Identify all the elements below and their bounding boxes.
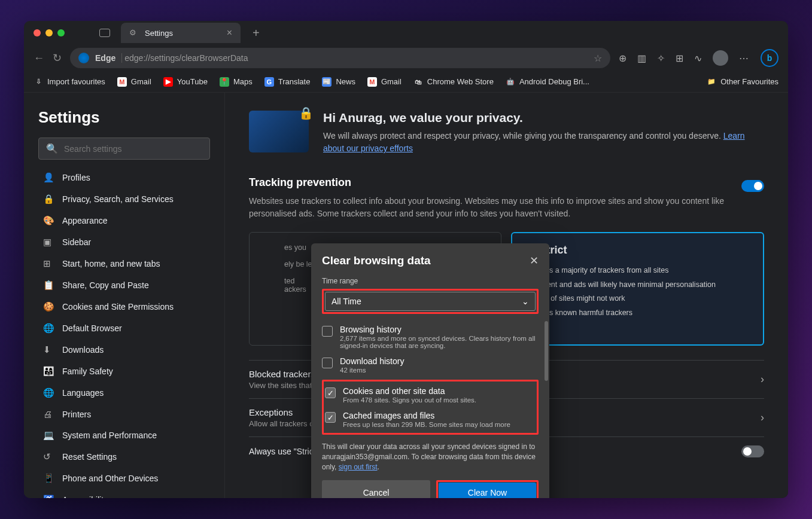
performance-icon[interactable]: ∿ bbox=[694, 53, 702, 64]
sidebar-item-appearance[interactable]: 🎨Appearance bbox=[38, 210, 210, 231]
sidebar-item-icon: 📋 bbox=[43, 280, 54, 291]
sidebar-item-label: Start, home, and new tabs bbox=[62, 259, 160, 268]
settings-sidebar: Settings 🔍 👤Profiles🔒Privacy, Search, an… bbox=[24, 93, 225, 498]
profile-avatar[interactable] bbox=[713, 50, 728, 66]
sidebar-item-system-and-performance[interactable]: 💻System and Performance bbox=[38, 425, 210, 446]
sidebar-item-label: Printers bbox=[62, 410, 91, 419]
chevron-down-icon: ⌄ bbox=[522, 297, 529, 306]
other-favourites[interactable]: 📁Other Favourites bbox=[707, 77, 778, 87]
collections-icon[interactable]: ⊞ bbox=[676, 53, 683, 64]
split-icon[interactable]: ▥ bbox=[637, 53, 646, 64]
address-bar[interactable]: Edge edge://settings/clearBrowserData ☆ bbox=[70, 48, 610, 68]
download-history-item[interactable]: Download history42 items bbox=[322, 353, 539, 377]
sidebar-item-icon: 🌐 bbox=[43, 387, 54, 398]
sidebar-item-label: Cookies and Site Permissions bbox=[62, 302, 174, 312]
close-tab-icon[interactable]: × bbox=[227, 28, 232, 38]
search-icon: 🔍 bbox=[46, 143, 58, 154]
checkbox[interactable] bbox=[322, 358, 333, 368]
data-type-list: Browsing history2,677 items and more on … bbox=[322, 321, 539, 435]
highlight-clear-now: Clear Now bbox=[436, 480, 539, 498]
bookmark-news[interactable]: 📰News bbox=[322, 77, 355, 87]
highlight-cookies-cache: ✓ Cookies and other site dataFrom 478 si… bbox=[322, 380, 539, 435]
sidebar-item-label: Profiles bbox=[62, 173, 90, 182]
sidebar-item-printers[interactable]: 🖨Printers bbox=[38, 404, 210, 425]
sidebar-item-languages[interactable]: 🌐Languages bbox=[38, 382, 210, 404]
modal-scrollbar[interactable] bbox=[545, 321, 548, 381]
sidebar-item-label: Appearance bbox=[62, 216, 108, 225]
menu-icon[interactable]: ⋯ bbox=[739, 53, 750, 64]
sidebar-item-label: Privacy, Search, and Services bbox=[62, 194, 174, 204]
sidebar-item-accessibility[interactable]: ♿Accessibility bbox=[38, 489, 210, 498]
maximize-window[interactable] bbox=[57, 29, 65, 36]
bing-icon[interactable]: b bbox=[761, 49, 778, 67]
card-bullet: Blocks a majority of trackers from all s… bbox=[523, 264, 753, 278]
sidebar-item-label: Reset Settings bbox=[62, 452, 117, 462]
sidebar-item-label: Sidebar bbox=[62, 237, 91, 247]
inprivate-toggle[interactable] bbox=[741, 445, 764, 457]
sidebar-item-reset-settings[interactable]: ↺Reset Settings bbox=[38, 446, 210, 468]
tracking-toggle[interactable] bbox=[741, 180, 764, 192]
checkbox[interactable]: ✓ bbox=[325, 387, 336, 398]
sidebar-item-profiles[interactable]: 👤Profiles bbox=[38, 167, 210, 188]
clear-now-button[interactable]: Clear Now bbox=[439, 483, 536, 498]
checkbox[interactable]: ✓ bbox=[325, 412, 336, 423]
sidebar-item-icon: 🖨 bbox=[43, 409, 54, 419]
sidebar-item-sidebar[interactable]: ▣Sidebar bbox=[38, 231, 210, 253]
sidebar-item-label: Phone and Other Devices bbox=[62, 474, 158, 483]
bookmark-gmail[interactable]: MGmail bbox=[117, 77, 151, 87]
toolbar: ← ↻ Edge edge://settings/clearBrowserDat… bbox=[24, 45, 788, 71]
browsing-history-item[interactable]: Browsing history2,677 items and more on … bbox=[322, 321, 539, 353]
card-bullet: Content and ads will likely have minimal… bbox=[523, 278, 753, 292]
card-bullet: Parts of sites might not work bbox=[523, 292, 753, 306]
bookmark-android[interactable]: 🤖Android Debug Bri... bbox=[506, 77, 589, 87]
reload-button[interactable]: ↻ bbox=[53, 51, 62, 65]
cancel-button[interactable]: Cancel bbox=[322, 480, 430, 498]
address-path: edge://settings/clearBrowserData bbox=[124, 53, 248, 63]
bookmark-youtube[interactable]: ▶YouTube bbox=[163, 77, 208, 87]
back-button[interactable]: ← bbox=[34, 52, 44, 65]
sidebar-item-cookies-and-site-permissions[interactable]: 🍪Cookies and Site Permissions bbox=[38, 296, 210, 317]
cookies-item[interactable]: ✓ Cookies and other site dataFrom 478 si… bbox=[325, 383, 536, 407]
tracking-title: Tracking prevention bbox=[249, 176, 351, 189]
sign-out-link[interactable]: sign out first bbox=[339, 463, 378, 471]
tracking-desc: Websites use trackers to collect info ab… bbox=[249, 195, 764, 220]
sidebar-title: Settings bbox=[38, 108, 210, 127]
close-icon[interactable]: ✕ bbox=[530, 254, 539, 267]
bookmark-translate[interactable]: GTranslate bbox=[264, 77, 311, 87]
gear-icon: ⚙ bbox=[129, 28, 139, 38]
favorites-icon[interactable]: ✧ bbox=[657, 53, 665, 64]
sidebar-item-icon: ♿ bbox=[43, 494, 54, 498]
cached-images-item[interactable]: ✓ Cached images and filesFrees up less t… bbox=[325, 407, 536, 432]
sidebar-item-family-safety[interactable]: 👨‍👩‍👧Family Safety bbox=[38, 361, 210, 382]
sidebar-item-start-home-and-new-tabs[interactable]: ⊞Start, home, and new tabs bbox=[38, 253, 210, 274]
sidebar-item-share-copy-and-paste[interactable]: 📋Share, Copy and Paste bbox=[38, 274, 210, 296]
browser-tab[interactable]: ⚙ Settings × bbox=[121, 23, 241, 43]
minimize-window[interactable] bbox=[45, 29, 53, 36]
time-range-select[interactable]: All Time ⌄ bbox=[325, 292, 536, 311]
bookmark-gmail2[interactable]: MGmail bbox=[367, 77, 402, 87]
new-tab-button[interactable]: + bbox=[253, 26, 260, 40]
sidebar-item-privacy-search-and-services[interactable]: 🔒Privacy, Search, and Services bbox=[38, 188, 210, 210]
edge-icon bbox=[78, 53, 89, 63]
sidebar-item-phone-and-other-devices[interactable]: 📱Phone and Other Devices bbox=[38, 468, 210, 489]
import-favourites[interactable]: ⇩Import favourites bbox=[34, 77, 105, 87]
bookmark-chrome-store[interactable]: 🛍Chrome Web Store bbox=[413, 77, 494, 87]
search-input[interactable] bbox=[64, 144, 202, 154]
checkbox[interactable] bbox=[322, 326, 333, 337]
sidebar-item-icon: ▣ bbox=[43, 237, 54, 248]
bookmark-maps[interactable]: 📍Maps bbox=[220, 77, 253, 87]
content-area: Settings 🔍 👤Profiles🔒Privacy, Search, an… bbox=[24, 93, 788, 498]
extensions-icon[interactable]: ⊕ bbox=[619, 53, 627, 64]
sidebar-item-downloads[interactable]: ⬇Downloads bbox=[38, 339, 210, 361]
close-window[interactable] bbox=[34, 29, 41, 36]
sidebar-item-label: Family Safety bbox=[62, 367, 113, 376]
favorite-icon[interactable]: ☆ bbox=[594, 53, 602, 64]
sidebar-item-default-browser[interactable]: 🌐Default Browser bbox=[38, 317, 210, 339]
sidebar-item-icon: ⊞ bbox=[43, 258, 54, 269]
tab-overview-icon[interactable] bbox=[99, 29, 110, 37]
sidebar-search[interactable]: 🔍 bbox=[38, 138, 210, 160]
modal-note: This will clear your data across all you… bbox=[322, 442, 539, 472]
card-bullet: Blocks known harmful trackers bbox=[523, 306, 753, 320]
bookmarks-bar: ⇩Import favourites MGmail ▶YouTube 📍Maps… bbox=[24, 71, 788, 93]
address-label: Edge bbox=[95, 53, 122, 63]
